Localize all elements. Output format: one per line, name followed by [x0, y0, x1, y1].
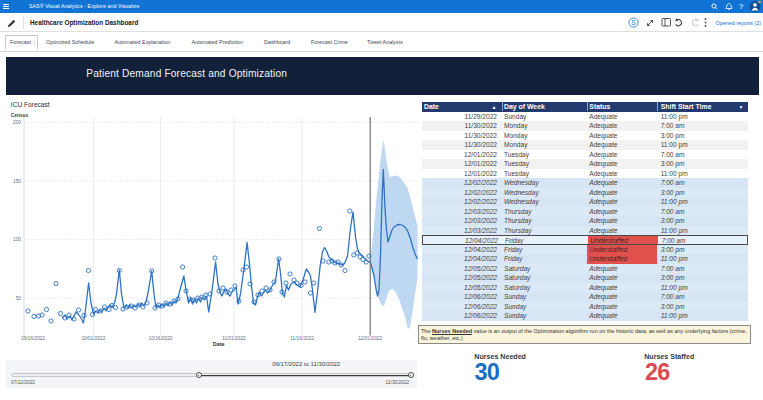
svg-text:11/16/2022: 11/16/2022 — [290, 336, 314, 341]
svg-text:S: S — [631, 19, 636, 26]
svg-text:Census: Census — [11, 113, 29, 118]
svg-text:12/01/2022: 12/01/2022 — [358, 336, 382, 341]
svg-text:?: ? — [739, 2, 743, 11]
svg-text:200: 200 — [13, 120, 21, 125]
svg-text:ICU Forecast: ICU Forecast — [11, 101, 50, 108]
svg-text:50: 50 — [16, 296, 22, 301]
svg-text:09/16/2022: 09/16/2022 — [21, 336, 45, 341]
svg-text:10/01/2022: 10/01/2022 — [81, 336, 105, 341]
svg-text:10/16/2022: 10/16/2022 — [148, 336, 172, 341]
svg-text:100: 100 — [13, 237, 21, 242]
svg-text:150: 150 — [13, 179, 21, 184]
svg-text:Date: Date — [213, 341, 225, 347]
svg-text:11/01/2022: 11/01/2022 — [222, 336, 246, 341]
